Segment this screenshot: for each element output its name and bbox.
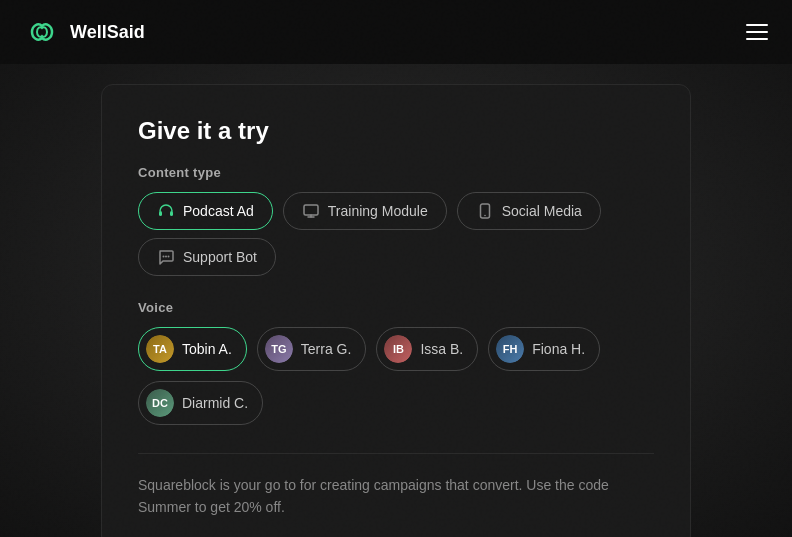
training-module-label: Training Module <box>328 203 428 219</box>
voice-terra-g-label: Terra G. <box>301 341 352 357</box>
logo-area: WellSaid <box>24 14 145 50</box>
chat-icon <box>157 248 175 266</box>
voice-row: TA Tobin A. TG Terra G. IB Issa B. <box>138 327 654 425</box>
content-type-social-media[interactable]: Social Media <box>457 192 601 230</box>
headphones-icon <box>157 202 175 220</box>
voice-issa-b[interactable]: IB Issa B. <box>376 327 478 371</box>
phone-icon <box>476 202 494 220</box>
svg-rect-2 <box>304 205 318 215</box>
avatar-terra-g: TG <box>265 335 293 363</box>
card-title: Give it a try <box>138 117 654 145</box>
content-type-row-2: Support Bot <box>138 238 654 276</box>
hamburger-menu-button[interactable] <box>746 24 768 40</box>
voice-tobin-a-label: Tobin A. <box>182 341 232 357</box>
header: WellSaid <box>0 0 792 64</box>
voice-fiona-h[interactable]: FH Fiona H. <box>488 327 600 371</box>
content-type-row-1: Podcast Ad Training Module Social Media <box>138 192 654 230</box>
monitor-icon <box>302 202 320 220</box>
svg-point-4 <box>484 215 486 217</box>
avatar-tobin-a: TA <box>146 335 174 363</box>
svg-point-6 <box>165 256 167 258</box>
svg-rect-0 <box>159 211 162 216</box>
wellsaid-logo-icon <box>24 14 60 50</box>
content-type-support-bot[interactable]: Support Bot <box>138 238 276 276</box>
voice-issa-b-label: Issa B. <box>420 341 463 357</box>
voice-diarmid-c[interactable]: DC Diarmid C. <box>138 381 263 425</box>
voice-fiona-h-label: Fiona H. <box>532 341 585 357</box>
social-media-label: Social Media <box>502 203 582 219</box>
voice-terra-g[interactable]: TG Terra G. <box>257 327 367 371</box>
content-type-training-module[interactable]: Training Module <box>283 192 447 230</box>
logo-text: WellSaid <box>70 22 145 43</box>
avatar-fiona-h: FH <box>496 335 524 363</box>
svg-point-5 <box>163 256 165 258</box>
avatar-issa-b: IB <box>384 335 412 363</box>
avatar-diarmid-c: DC <box>146 389 174 417</box>
content-type-podcast-ad[interactable]: Podcast Ad <box>138 192 273 230</box>
voice-diarmid-c-label: Diarmid C. <box>182 395 248 411</box>
footer-text: Squareblock is your go to for creating c… <box>138 453 654 519</box>
main-content: Give it a try Content type Podcast Ad <box>0 64 792 537</box>
svg-rect-1 <box>170 211 173 216</box>
svg-point-7 <box>168 256 170 258</box>
try-it-card: Give it a try Content type Podcast Ad <box>101 84 691 537</box>
voice-tobin-a[interactable]: TA Tobin A. <box>138 327 247 371</box>
support-bot-label: Support Bot <box>183 249 257 265</box>
podcast-ad-label: Podcast Ad <box>183 203 254 219</box>
content-type-label: Content type <box>138 165 654 180</box>
voice-label: Voice <box>138 300 654 315</box>
